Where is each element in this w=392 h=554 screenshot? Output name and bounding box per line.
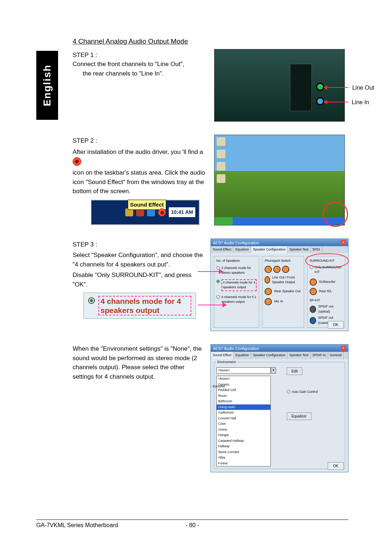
ac97-config-window: AC97 Audio Configuration × Sound Effect … [211,239,348,331]
windows-tray-image: Sound Effect 10:41 AM [91,200,200,225]
io-ports [290,64,312,111]
tab-bar: Sound Effect Equalizer Speaker Configura… [211,246,348,253]
step2-line1: After installation of the audio driver, … [73,148,203,155]
step3-label: STEP 3 : [73,240,203,249]
step3-line2: Disable "Only SURROUND-KIT", and press "… [73,270,203,289]
jack-icon [273,266,281,273]
sound-effect-tray-icon [73,157,81,166]
list-item[interactable]: Living room [217,404,270,410]
desktop-screenshot [214,135,345,225]
step4-text: When the "Environment settings" is "None… [73,344,203,381]
karaoke-label: Karaoke [213,384,225,389]
motherboard-image: Line Out Line In [214,49,345,122]
tab-speaker-test[interactable]: Speaker Test [287,352,310,359]
step2-label: STEP 2 : [73,136,207,146]
step1-label: STEP 1 : [73,50,207,60]
list-item[interactable]: <None> [217,376,270,382]
window-title: AC97 Audio Configuration [213,240,259,245]
jack-icon [310,306,316,313]
callout-line [326,87,348,88]
ok-button[interactable]: OK [328,321,344,329]
tray-time: 10:41 AM [169,207,195,217]
ok-button[interactable]: OK [328,462,344,470]
footer-page-number: - 80 - [174,522,211,529]
jack-icon [282,266,289,273]
jack-icon [310,278,317,286]
checkbox-auto-gain[interactable]: Auto Gain Control [287,390,318,395]
jack-icon [265,298,272,305]
label-rear-out: Rear Speaker Out [274,289,301,294]
list-item[interactable]: Room [217,393,270,399]
list-item[interactable]: Alley [217,455,270,461]
jack-icon [265,288,272,295]
close-icon[interactable]: × [341,240,346,245]
list-item[interactable]: Stone Corridor [217,449,270,455]
list-item[interactable]: Carpeted Hallway [217,438,270,444]
tab-general[interactable]: General [328,352,344,359]
list-item[interactable]: Arena [217,427,270,433]
tab-spdif[interactable]: SPDI [311,246,322,253]
fieldset-phone-label: Phonejack Switch [265,258,301,264]
zoom-4ch-radio: 4 channels mode for 4 speakers output [83,293,196,319]
section-title: 4 Channel Analog Audio Output Mode [73,36,348,47]
edit-button[interactable]: Edit [287,367,302,375]
step3-line1: Select "Speaker Configuration", and choo… [73,250,203,269]
ac97-env-window: AC97 Audio Configuration × Sound Effect … [211,344,348,472]
label-spdif-opt: SPDIF out (optical) [318,304,343,314]
tab-equalizer[interactable]: Equalizer [233,246,251,253]
list-item[interactable]: Hallway [217,444,270,449]
tab-speaker-config[interactable]: Speaker Configuration [251,246,288,253]
annotation-line [198,305,223,305]
env-dropdown-list[interactable]: <None> Generic Padded Cell Room Bathroom… [216,376,271,467]
radio-selected-icon [88,297,95,304]
highlight-circle [323,201,348,227]
tab-speaker-config[interactable]: Speaker Configuration [251,352,288,359]
annotation-arrow-icon [219,269,223,274]
tab-speaker-test[interactable]: Speaker Test [287,246,310,253]
jack-line-out [316,83,324,91]
env-combo[interactable]: <None> [216,367,271,374]
env-label: Environment [216,360,237,365]
list-item[interactable]: Concert Hall [217,416,270,421]
step2-line2: icon on the taskbar's status area. Click… [73,168,207,196]
radio-4ch[interactable]: 4 channels mode for 4 speakers output [216,279,257,291]
jack-line-in [316,97,324,105]
desktop-icons [217,137,225,183]
callout-line-in: Line In [352,98,369,107]
jack-icon [310,317,316,324]
step1-line1: Connect the front channels to "Line Out"… [73,60,207,69]
jack-icon [310,288,317,295]
chevron-down-icon[interactable]: ▾ [271,367,276,374]
annotation-arrow-icon [222,302,227,307]
equalizer-button[interactable]: Equalizer [287,412,311,420]
tab-sound-effect[interactable]: Sound Effect [211,246,233,253]
sound-effect-icon[interactable] [158,208,166,216]
jack-icon [265,266,272,273]
callout-line [326,102,348,102]
tab-sound-effect[interactable]: Sound Effect [211,352,233,359]
zoom-text: 4 channels mode for 4 speakers output [98,296,191,315]
label-line-out: Line Out / Front Speaker Output [272,275,302,285]
list-item[interactable]: Bathroom [217,399,270,404]
tab-bar: Sound Effect Equalizer Speaker Configura… [211,352,348,359]
list-item[interactable]: Auditorium [217,410,270,416]
jack-icon [265,276,270,284]
list-item[interactable]: Forest [217,461,270,467]
list-item[interactable]: Hangar [217,432,270,438]
close-icon[interactable]: × [341,346,346,351]
spkit-label: SP-KIT [310,298,343,303]
callout-line-out: Line Out [352,83,374,92]
fieldset-speakers-label: No. of Speakers [216,258,257,264]
start-button [215,217,233,225]
tab-equalizer[interactable]: Equalizer [233,352,251,359]
window-title: AC97 Audio Configuration [213,346,259,351]
step1-line2: the rear channels to "Line In". [73,69,207,78]
label-mic-in: Mic In [274,299,283,304]
tab-spdif-in[interactable]: SPDIF-In [311,352,328,359]
footer-left: GA-7VKML Series Motherboard [36,522,174,529]
label-sub: SUBwoofer [319,280,336,285]
annotation-line [198,271,220,272]
page-footer: GA-7VKML Series Motherboard - 80 - [36,520,348,529]
list-item[interactable]: Cave [217,421,270,427]
page-content: 4 Channel Analog Audio Output Mode STEP … [36,36,356,472]
